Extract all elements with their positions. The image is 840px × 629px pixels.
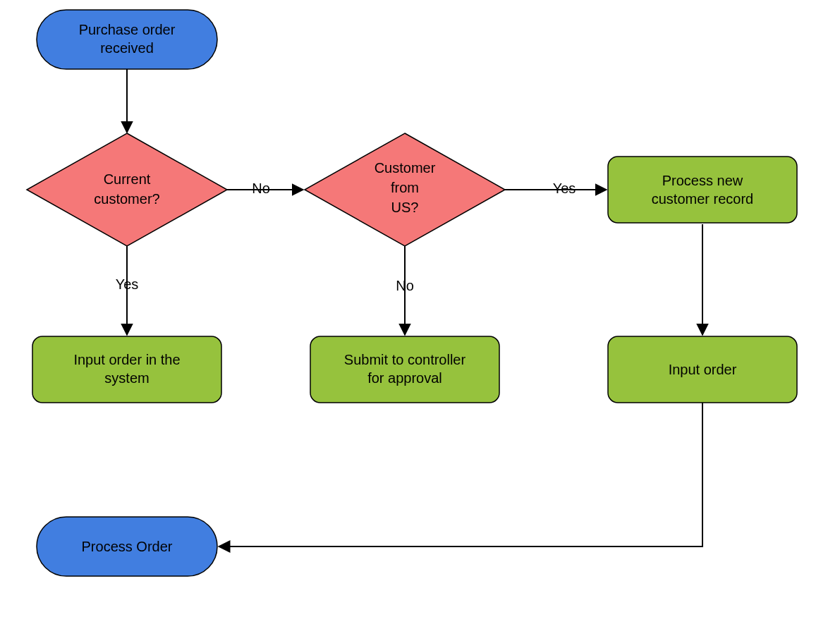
node-input-order-line1: Input order [669,362,737,377]
node-start-terminator: Purchase order received [37,10,217,69]
node-decision1-line1: Current [104,171,151,187]
node-submit-controller-line1: Submit to controller [344,352,466,367]
node-submit-to-controller: Submit to controller for approval [310,336,499,403]
edge-label-no-2: No [396,278,414,293]
node-process-new-record-line2: customer record [652,191,754,207]
svg-rect-4 [32,336,221,403]
svg-marker-1 [27,133,227,246]
node-input-order-system-line1: Input order in the [73,352,180,367]
edge-input-order-to-end [219,401,702,546]
edge-label-yes-2: Yes [553,181,576,196]
node-start-line1: Purchase order [79,22,176,37]
node-decision-current-customer: Current customer? [27,133,227,246]
svg-rect-5 [310,336,499,403]
node-submit-controller-line2: for approval [367,370,442,386]
svg-rect-3 [608,157,797,223]
edge-label-no-1: No [252,181,270,196]
node-decision2-line3: US? [391,200,419,215]
node-decision-customer-from-us: Customer from US? [305,133,505,246]
node-decision2-line2: from [391,180,419,195]
node-start-line2: received [100,40,154,56]
svg-rect-0 [37,10,217,69]
node-end-terminator: Process Order [37,517,217,576]
node-end-line1: Process Order [82,539,173,554]
node-decision2-line1: Customer [375,160,436,176]
node-process-new-customer-record: Process new customer record [608,157,797,223]
node-input-order-in-system: Input order in the system [32,336,221,403]
flowchart-canvas: No Yes Yes No Purchase order received Cu… [0,0,840,629]
node-decision1-line2: customer? [94,191,159,207]
edge-label-yes-1: Yes [116,276,139,292]
node-input-order: Input order [608,336,797,403]
node-process-new-record-line1: Process new [662,173,743,188]
node-input-order-system-line2: system [104,370,149,386]
